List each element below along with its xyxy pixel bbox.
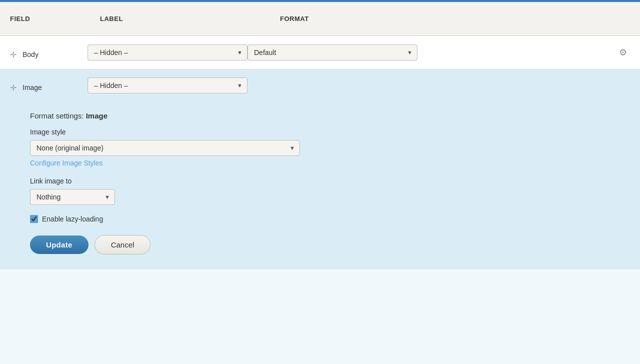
body-format-select[interactable]: Default	[248, 44, 418, 60]
image-label-select[interactable]: – Hidden – Above Inline Visually Hidden	[88, 78, 248, 94]
label-column-header: Label	[100, 15, 280, 22]
image-label-select-wrapper: – Hidden – Above Inline Visually Hidden	[88, 78, 248, 94]
link-image-select-wrapper: Nothing Content File	[30, 189, 115, 205]
format-settings-prefix: Format settings:	[30, 112, 86, 120]
link-image-select[interactable]: Nothing Content File	[30, 189, 115, 205]
body-drag-handle[interactable]: ✛	[10, 50, 16, 60]
image-row: ✛ Image – Hidden – Above Inline Visually…	[0, 70, 640, 102]
image-style-select[interactable]: None (original image) Thumbnail (100×100…	[30, 140, 300, 156]
body-field-name: Body	[22, 46, 88, 58]
image-field-name: Image	[22, 80, 88, 92]
link-image-group: Link image to Nothing Content File	[30, 177, 630, 205]
table-header: Field Label Format	[0, 2, 640, 36]
configure-image-styles-link[interactable]: Configure Image Styles	[30, 159, 103, 167]
link-image-select-wrap: Nothing Content File	[30, 189, 115, 205]
body-label-select-wrap: – Hidden – Above Inline Visually Hidden	[88, 44, 248, 60]
lazy-loading-checkbox[interactable]	[30, 215, 38, 223]
format-settings-panel: Format settings: Image Image style None …	[0, 102, 640, 270]
body-label-select-wrapper: – Hidden – Above Inline Visually Hidden	[88, 44, 248, 60]
image-style-select-wrapper: None (original image) Thumbnail (100×100…	[30, 140, 300, 156]
body-format-col: Default	[248, 44, 616, 60]
body-row-content: ✛ Body – Hidden – Above Inline Visually …	[10, 44, 630, 61]
lazy-loading-label: Enable lazy-loading	[42, 215, 103, 223]
format-settings-field-name: Image	[86, 112, 108, 120]
action-buttons-row: Update Cancel	[30, 235, 630, 254]
image-style-group: Image style None (original image) Thumbn…	[30, 128, 630, 167]
format-settings-title: Format settings: Image	[30, 112, 630, 120]
format-column-header: Format	[280, 15, 630, 22]
link-image-label: Link image to	[30, 177, 630, 185]
body-label-select[interactable]: – Hidden – Above Inline Visually Hidden	[88, 44, 248, 60]
image-style-select-wrap: None (original image) Thumbnail (100×100…	[30, 140, 300, 156]
body-row: ✛ Body – Hidden – Above Inline Visually …	[0, 36, 640, 70]
body-settings-button[interactable]: ⚙	[616, 44, 630, 61]
image-label-select-wrap: – Hidden – Above Inline Visually Hidden	[88, 78, 248, 94]
image-drag-handle[interactable]: ✛	[10, 83, 16, 92]
image-row-content: ✛ Image – Hidden – Above Inline Visually…	[10, 78, 630, 94]
body-format-select-wrapper: Default	[248, 44, 418, 60]
image-style-label: Image style	[30, 128, 630, 136]
body-format-select-wrap: Default	[248, 44, 418, 60]
lazy-loading-row: Enable lazy-loading	[30, 215, 630, 223]
field-column-header: Field	[10, 15, 100, 22]
update-button[interactable]: Update	[30, 236, 88, 254]
cancel-button[interactable]: Cancel	[94, 235, 151, 254]
